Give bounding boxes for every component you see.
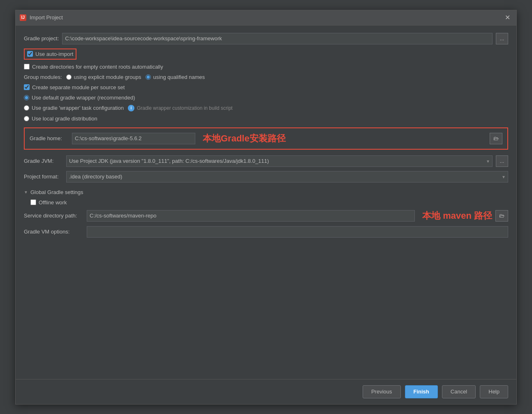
use-wrapper-task-radio[interactable] [24,105,29,111]
info-note: Gradle wrapper customization in build sc… [137,105,233,111]
use-auto-import-label: Use auto-import [35,51,73,57]
use-wrapper-radio[interactable] [24,95,29,100]
gradle-jvm-browse-button[interactable]: ... [496,155,508,167]
title-bar: IJ Import Project ✕ [16,10,516,25]
create-separate-module-checkbox[interactable] [24,84,30,90]
dialog-footer: Previous Finish Cancel Help [16,379,516,404]
import-project-dialog: IJ Import Project ✕ Gradle project: ... … [15,10,517,405]
use-local-radio[interactable] [24,116,29,121]
folder-icon: 🗁 [493,135,499,141]
gradle-home-section: Gradle home: 本地Gradle安装路径 🗁 [24,127,508,150]
global-gradle-settings-header: ▼ Global Gradle settings [24,189,508,195]
gradle-project-label: Gradle project: [24,35,59,42]
group-modules-label: Group modules: [24,74,62,80]
close-button[interactable]: ✕ [502,13,512,23]
service-directory-label: Service directory path: [24,213,83,219]
create-separate-module-label: Create separate module per source set [32,84,125,90]
gradle-project-browse-button[interactable]: ... [496,33,508,44]
create-directories-checkbox[interactable] [24,64,30,69]
use-wrapper-task-row: Use gradle 'wrapper' task configuration … [24,105,508,111]
title-bar-left: IJ Import Project [20,14,63,21]
use-auto-import-checkbox[interactable] [27,51,33,57]
cancel-button[interactable]: Cancel [442,385,476,398]
project-format-row: Project format: .idea (directory based) … [24,171,508,183]
gradle-jvm-select-wrapper: Use Project JDK (java version "1.8.0_111… [66,155,493,167]
create-directories-row: Create directories for empty content roo… [24,64,508,70]
info-icon[interactable]: i [128,105,134,111]
maven-annotation: 本地 maven 路径 [422,210,492,222]
dialog-content: Gradle project: ... Use auto-import Crea… [16,25,516,379]
previous-button[interactable]: Previous [363,385,401,398]
service-directory-browse-button[interactable]: 🗁 [495,210,508,222]
help-button[interactable]: Help [480,385,508,398]
create-directories-label: Create directories for empty content roo… [32,64,163,70]
gradle-project-input[interactable] [62,33,493,44]
gradle-home-annotation: 本地Gradle安装路径 [203,132,286,145]
group-modules-row: Group modules: using explicit module gro… [24,74,508,80]
group-modules-explicit-radio[interactable] [66,74,72,80]
gradle-jvm-select[interactable]: Use Project JDK (java version "1.8.0_111… [66,155,493,167]
use-local-label: Use local gradle distribution [32,116,97,122]
group-modules-qualified-radio-row: using qualified names [146,74,205,80]
use-local-row: Use local gradle distribution [24,116,508,122]
gradle-vm-options-input[interactable] [87,226,508,238]
folder-icon-2: 🗁 [499,213,504,219]
service-directory-row: Service directory path: 本地 maven 路径 🗁 [24,210,508,222]
app-icon: IJ [20,14,26,21]
finish-button[interactable]: Finish [405,385,438,398]
gradle-jvm-row: Gradle JVM: Use Project JDK (java versio… [24,155,508,167]
project-format-label: Project format: [24,173,63,180]
group-modules-qualified-label: using qualified names [153,74,205,80]
gradle-home-label: Gradle home: [30,135,69,141]
group-modules-qualified-radio[interactable] [146,74,151,80]
offline-work-checkbox[interactable] [30,199,36,205]
service-directory-input[interactable] [87,210,415,222]
group-modules-explicit-label: using explicit module groups [74,74,141,80]
use-wrapper-row: Use default gradle wrapper (recommended) [24,95,508,101]
project-format-select[interactable]: .idea (directory based) [66,171,508,183]
use-wrapper-task-label: Use gradle 'wrapper' task configuration [32,105,124,111]
use-auto-import-row: Use auto-import [24,49,76,60]
gradle-home-browse-button[interactable]: 🗁 [490,133,502,144]
offline-work-label: Offline work [39,199,67,206]
dialog-title: Import Project [30,14,63,21]
gradle-vm-options-label: Gradle VM options: [24,229,83,235]
gradle-home-input[interactable] [72,133,195,144]
use-wrapper-label: Use default gradle wrapper (recommended) [32,95,135,101]
offline-work-row: Offline work [30,199,508,206]
group-modules-explicit-radio-row: using explicit module groups [66,74,141,80]
gradle-vm-options-row: Gradle VM options: [24,226,508,238]
triangle-icon: ▼ [24,190,28,194]
gradle-jvm-label: Gradle JVM: [24,158,63,164]
global-gradle-settings-label: Global Gradle settings [30,189,83,195]
project-format-select-wrapper: .idea (directory based) ▼ [66,171,508,183]
gradle-project-row: Gradle project: ... [24,33,508,44]
create-separate-module-row: Create separate module per source set [24,84,508,90]
